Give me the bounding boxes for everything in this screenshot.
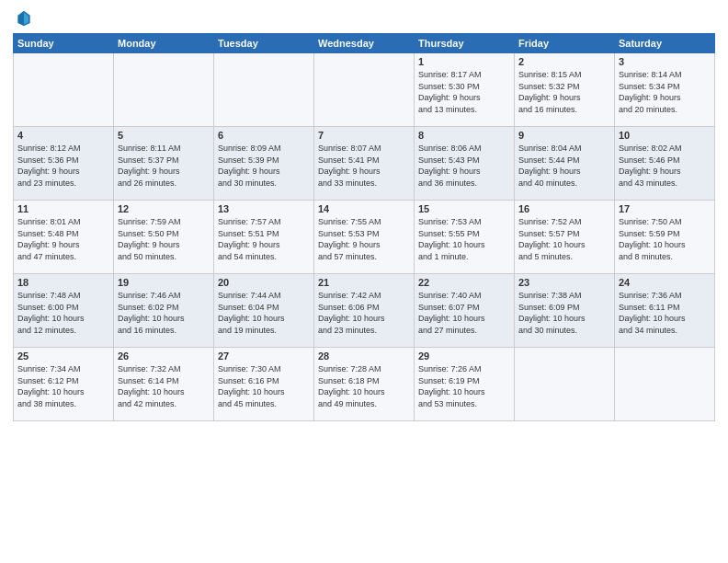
day-number: 11 — [17, 203, 109, 214]
day-number: 22 — [418, 277, 510, 288]
day-info: Sunrise: 7:30 AM Sunset: 6:16 PM Dayligh… — [218, 363, 310, 409]
calendar-cell: 4Sunrise: 8:12 AM Sunset: 5:36 PM Daylig… — [14, 127, 114, 201]
calendar-cell: 21Sunrise: 7:42 AM Sunset: 6:06 PM Dayli… — [314, 274, 415, 348]
day-number: 7 — [318, 130, 410, 141]
day-number: 21 — [318, 277, 410, 288]
calendar-cell: 6Sunrise: 8:09 AM Sunset: 5:39 PM Daylig… — [214, 127, 314, 201]
calendar-cell: 9Sunrise: 8:04 AM Sunset: 5:44 PM Daylig… — [515, 127, 615, 201]
day-info: Sunrise: 8:07 AM Sunset: 5:41 PM Dayligh… — [318, 143, 410, 189]
day-info: Sunrise: 7:52 AM Sunset: 5:57 PM Dayligh… — [518, 216, 610, 262]
calendar-cell — [615, 348, 715, 421]
calendar-cell: 16Sunrise: 7:52 AM Sunset: 5:57 PM Dayli… — [515, 201, 615, 274]
day-number: 29 — [418, 350, 510, 362]
day-number: 23 — [518, 277, 610, 288]
calendar-cell: 8Sunrise: 8:06 AM Sunset: 5:43 PM Daylig… — [415, 127, 515, 201]
calendar-cell: 1Sunrise: 8:17 AM Sunset: 5:30 PM Daylig… — [415, 53, 515, 127]
day-info: Sunrise: 8:14 AM Sunset: 5:34 PM Dayligh… — [619, 69, 711, 115]
day-number: 13 — [218, 203, 310, 214]
day-number: 4 — [17, 130, 109, 141]
day-info: Sunrise: 7:57 AM Sunset: 5:51 PM Dayligh… — [218, 216, 310, 262]
weekday-header-row: SundayMondayTuesdayWednesdayThursdayFrid… — [14, 34, 715, 53]
calendar-week-1: 1Sunrise: 8:17 AM Sunset: 5:30 PM Daylig… — [14, 53, 715, 127]
day-number: 25 — [17, 350, 109, 362]
day-info: Sunrise: 7:28 AM Sunset: 6:18 PM Dayligh… — [318, 363, 410, 409]
day-info: Sunrise: 7:38 AM Sunset: 6:09 PM Dayligh… — [518, 290, 610, 336]
day-info: Sunrise: 8:11 AM Sunset: 5:37 PM Dayligh… — [118, 143, 210, 189]
header — [13, 9, 715, 28]
calendar-cell: 27Sunrise: 7:30 AM Sunset: 6:16 PM Dayli… — [214, 348, 314, 421]
day-number: 6 — [218, 130, 310, 141]
day-number: 5 — [118, 130, 210, 141]
day-number: 24 — [619, 277, 711, 288]
calendar-cell: 24Sunrise: 7:36 AM Sunset: 6:11 PM Dayli… — [615, 274, 715, 348]
calendar-cell — [114, 53, 214, 127]
day-info: Sunrise: 7:40 AM Sunset: 6:07 PM Dayligh… — [418, 290, 510, 336]
calendar-cell: 14Sunrise: 7:55 AM Sunset: 5:53 PM Dayli… — [314, 201, 415, 274]
calendar-table: SundayMondayTuesdayWednesdayThursdayFrid… — [13, 33, 715, 421]
day-info: Sunrise: 8:01 AM Sunset: 5:48 PM Dayligh… — [17, 216, 109, 262]
calendar-cell: 18Sunrise: 7:48 AM Sunset: 6:00 PM Dayli… — [14, 274, 114, 348]
calendar-cell: 25Sunrise: 7:34 AM Sunset: 6:12 PM Dayli… — [14, 348, 114, 421]
calendar-cell: 7Sunrise: 8:07 AM Sunset: 5:41 PM Daylig… — [314, 127, 415, 201]
page: SundayMondayTuesdayWednesdayThursdayFrid… — [0, 0, 728, 563]
calendar-cell: 13Sunrise: 7:57 AM Sunset: 5:51 PM Dayli… — [214, 201, 314, 274]
day-number: 20 — [218, 277, 310, 288]
calendar-week-5: 25Sunrise: 7:34 AM Sunset: 6:12 PM Dayli… — [14, 348, 715, 421]
day-number: 10 — [619, 130, 711, 141]
calendar-cell: 19Sunrise: 7:46 AM Sunset: 6:02 PM Dayli… — [114, 274, 214, 348]
day-info: Sunrise: 7:48 AM Sunset: 6:00 PM Dayligh… — [17, 290, 109, 336]
day-info: Sunrise: 8:15 AM Sunset: 5:32 PM Dayligh… — [518, 69, 610, 115]
calendar-cell — [214, 53, 314, 127]
day-number: 2 — [518, 56, 610, 67]
day-number: 12 — [118, 203, 210, 214]
weekday-header-thursday: Thursday — [415, 34, 515, 53]
day-info: Sunrise: 7:46 AM Sunset: 6:02 PM Dayligh… — [118, 290, 210, 336]
day-info: Sunrise: 7:53 AM Sunset: 5:55 PM Dayligh… — [418, 216, 510, 262]
day-number: 27 — [218, 350, 310, 362]
day-info: Sunrise: 8:09 AM Sunset: 5:39 PM Dayligh… — [218, 143, 310, 189]
day-number: 9 — [518, 130, 610, 141]
weekday-header-wednesday: Wednesday — [314, 34, 415, 53]
calendar-cell: 2Sunrise: 8:15 AM Sunset: 5:32 PM Daylig… — [515, 53, 615, 127]
logo — [13, 9, 37, 28]
weekday-header-tuesday: Tuesday — [214, 34, 314, 53]
day-info: Sunrise: 8:04 AM Sunset: 5:44 PM Dayligh… — [518, 143, 610, 189]
calendar-cell — [14, 53, 114, 127]
calendar-cell — [314, 53, 415, 127]
weekday-header-sunday: Sunday — [14, 34, 114, 53]
day-number: 19 — [118, 277, 210, 288]
calendar-cell: 28Sunrise: 7:28 AM Sunset: 6:18 PM Dayli… — [314, 348, 415, 421]
calendar-cell — [515, 348, 615, 421]
calendar-cell: 5Sunrise: 8:11 AM Sunset: 5:37 PM Daylig… — [114, 127, 214, 201]
calendar-week-2: 4Sunrise: 8:12 AM Sunset: 5:36 PM Daylig… — [14, 127, 715, 201]
day-number: 15 — [418, 203, 510, 214]
day-number: 16 — [518, 203, 610, 214]
day-info: Sunrise: 8:17 AM Sunset: 5:30 PM Dayligh… — [418, 69, 510, 115]
day-number: 8 — [418, 130, 510, 141]
calendar-cell: 11Sunrise: 8:01 AM Sunset: 5:48 PM Dayli… — [14, 201, 114, 274]
calendar-cell: 10Sunrise: 8:02 AM Sunset: 5:46 PM Dayli… — [615, 127, 715, 201]
day-info: Sunrise: 7:26 AM Sunset: 6:19 PM Dayligh… — [418, 363, 510, 409]
calendar-cell: 23Sunrise: 7:38 AM Sunset: 6:09 PM Dayli… — [515, 274, 615, 348]
calendar-cell: 3Sunrise: 8:14 AM Sunset: 5:34 PM Daylig… — [615, 53, 715, 127]
calendar-cell: 12Sunrise: 7:59 AM Sunset: 5:50 PM Dayli… — [114, 201, 214, 274]
day-info: Sunrise: 7:55 AM Sunset: 5:53 PM Dayligh… — [318, 216, 410, 262]
calendar-week-4: 18Sunrise: 7:48 AM Sunset: 6:00 PM Dayli… — [14, 274, 715, 348]
day-info: Sunrise: 7:50 AM Sunset: 5:59 PM Dayligh… — [619, 216, 711, 262]
day-info: Sunrise: 7:32 AM Sunset: 6:14 PM Dayligh… — [118, 363, 210, 409]
day-number: 3 — [619, 56, 711, 67]
day-number: 26 — [118, 350, 210, 362]
weekday-header-monday: Monday — [114, 34, 214, 53]
day-info: Sunrise: 7:34 AM Sunset: 6:12 PM Dayligh… — [17, 363, 109, 409]
day-info: Sunrise: 7:59 AM Sunset: 5:50 PM Dayligh… — [118, 216, 210, 262]
day-info: Sunrise: 8:02 AM Sunset: 5:46 PM Dayligh… — [619, 143, 711, 189]
day-number: 1 — [418, 56, 510, 67]
weekday-header-saturday: Saturday — [615, 34, 715, 53]
calendar-cell: 22Sunrise: 7:40 AM Sunset: 6:07 PM Dayli… — [415, 274, 515, 348]
day-number: 14 — [318, 203, 410, 214]
day-number: 28 — [318, 350, 410, 362]
calendar-cell: 29Sunrise: 7:26 AM Sunset: 6:19 PM Dayli… — [415, 348, 515, 421]
day-info: Sunrise: 8:06 AM Sunset: 5:43 PM Dayligh… — [418, 143, 510, 189]
calendar-cell: 20Sunrise: 7:44 AM Sunset: 6:04 PM Dayli… — [214, 274, 314, 348]
calendar-cell: 26Sunrise: 7:32 AM Sunset: 6:14 PM Dayli… — [114, 348, 214, 421]
